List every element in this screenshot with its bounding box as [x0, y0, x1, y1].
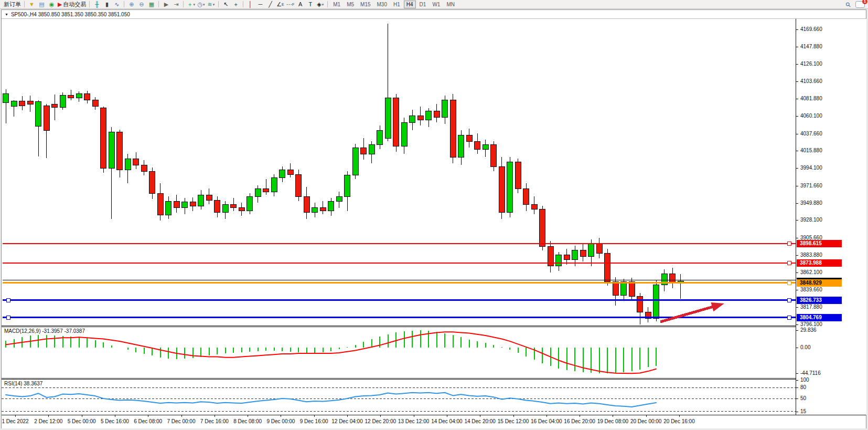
horizontal-line-icon[interactable]: ─ [255, 1, 265, 8]
fibonacci-icon[interactable]: ⋯F [285, 1, 295, 8]
chart-window: ▼ SP500-,H4 3850.850 3851.350 3850.350 3… [1, 9, 866, 428]
trend-arrow-head[interactable] [711, 302, 724, 311]
time-axis-tick [679, 415, 680, 417]
timeframe-button-H4[interactable]: H4 [404, 1, 416, 8]
candle [109, 132, 114, 168]
candle [345, 175, 350, 197]
funnel-icon[interactable]: ▼ [27, 1, 37, 8]
search-icon[interactable]: ⚲ [844, 0, 853, 8]
chart-title-bar[interactable]: ▼ SP500-,H4 3850.850 3851.350 3850.350 3… [2, 10, 866, 19]
text-label-icon[interactable]: T [305, 1, 315, 8]
candle [206, 195, 212, 201]
candle [531, 204, 537, 209]
candle [450, 100, 456, 157]
candle [377, 130, 383, 144]
crosshair-icon[interactable]: ＋ [231, 1, 241, 8]
notifications-icon[interactable]: 1 [855, 1, 865, 8]
candle [580, 250, 586, 257]
candle [572, 250, 578, 260]
candle [198, 195, 204, 206]
toolbar: 新订单▼▤◉▶自动交易╫▮∿⊕⊖▦▶⇥＋▾◷▾≋▾↖＋│─╱∠E⋯FAT◈▾M1… [0, 0, 868, 9]
templates-icon[interactable]: ≋▾ [206, 1, 216, 8]
tile-windows-icon[interactable]: ▦ [146, 1, 156, 8]
price-tick-label: 4147.880 [796, 44, 822, 50]
candle [287, 170, 293, 174]
equidistant-channel-icon[interactable]: ∠E [275, 1, 285, 8]
candle [328, 201, 334, 211]
candle [458, 135, 464, 157]
signal-icon[interactable]: ◉ [47, 1, 57, 8]
chart-shift-icon[interactable]: ⇥ [171, 1, 181, 8]
time-axis-tick [546, 415, 547, 417]
timeframe-button-W1[interactable]: W1 [430, 1, 443, 8]
timeframe-button-D1[interactable]: D1 [417, 1, 429, 8]
line-anchor-handle[interactable] [787, 281, 791, 285]
timeframe-button-M5[interactable]: M5 [344, 1, 357, 8]
price-line-badge: 3898.615 [797, 240, 842, 247]
price-tick-label: 3862.100 [796, 269, 822, 276]
timeframe-button-M15[interactable]: M15 [358, 1, 373, 8]
arrows-icon[interactable]: ◈▾ [315, 1, 325, 8]
candle [605, 254, 610, 282]
candle [11, 101, 17, 107]
time-axis-tick [281, 415, 281, 417]
periods-icon[interactable]: ◷▾ [196, 1, 206, 8]
zoom-in-icon[interactable]: ⊕ [126, 1, 136, 8]
time-axis-tick [646, 415, 647, 417]
time-axis-label: 12 Dec 04:00 [331, 418, 363, 424]
new-order-button[interactable]: 新订单 [2, 1, 22, 8]
trendline-icon[interactable]: ╱ [265, 1, 275, 8]
time-axis-label: 5 Dec 16:00 [101, 418, 129, 424]
candle [393, 98, 399, 146]
line-anchor-handle[interactable] [787, 298, 791, 302]
rsi-panel[interactable]: RSI(14) 38.3637 [2, 380, 796, 415]
line-anchor-handle[interactable] [6, 316, 10, 319]
main-chart-panel[interactable] [2, 19, 796, 326]
toolbar-separator [158, 1, 159, 7]
auto-scroll-icon[interactable]: ▶ [161, 1, 171, 8]
candle [483, 144, 488, 149]
candle [385, 98, 391, 138]
timeframe-button-M30[interactable]: M30 [374, 1, 390, 8]
price-axis[interactable]: 4169.6604147.8804126.1004103.6604081.880… [796, 19, 866, 415]
symbol-dropdown-icon[interactable]: ▼ [5, 13, 8, 16]
candlestick-icon[interactable]: ▮ [102, 1, 112, 8]
macd-plot [2, 327, 796, 378]
candle [613, 282, 618, 296]
macd-axis-label: -44.7116 [796, 370, 821, 376]
line-anchor-handle[interactable] [787, 242, 791, 245]
ohlc-bars-icon[interactable]: ╫ [92, 1, 102, 8]
zoom-out-icon[interactable]: ⊖ [136, 1, 146, 8]
autotrade-button[interactable]: ▶自动交易 [57, 1, 87, 8]
timeframe-button-H1[interactable]: H1 [391, 1, 403, 8]
vertical-line-icon[interactable]: │ [245, 1, 255, 8]
macd-panel[interactable]: MACD(12,26,9) -31.3957 -37.0387 [2, 327, 796, 378]
candle [68, 96, 74, 98]
time-axis[interactable]: 1 Dec 20222 Dec 12:005 Dec 00:005 Dec 16… [2, 415, 866, 428]
price-tick-label: 3971.660 [796, 183, 822, 189]
candle [19, 101, 25, 106]
time-axis-tick [414, 415, 414, 417]
line-anchor-handle[interactable] [6, 298, 10, 302]
time-axis-label: 14 Dec 04:00 [431, 418, 463, 424]
candle [157, 193, 163, 215]
candle [141, 165, 147, 171]
text-icon[interactable]: A [295, 1, 305, 8]
price-tick-label: 3994.100 [796, 165, 822, 171]
candle [3, 94, 9, 103]
market-depth-icon[interactable]: ▤ [37, 1, 47, 8]
line-anchor-handle[interactable] [787, 316, 791, 319]
candle [588, 244, 594, 257]
line-chart-icon[interactable]: ∿ [112, 1, 122, 8]
new-chart-icon[interactable]: ＋▾ [186, 1, 196, 8]
trend-arrow[interactable] [660, 306, 715, 322]
price-tick-label: 3817.880 [796, 304, 822, 310]
cursor-icon[interactable]: ↖ [221, 1, 231, 8]
candle [475, 141, 480, 149]
time-axis-tick [380, 415, 381, 417]
time-axis-label: 20 Dec 00:00 [630, 418, 662, 424]
candle [621, 282, 627, 296]
line-anchor-handle[interactable] [787, 261, 791, 265]
timeframe-button-MN[interactable]: MN [444, 1, 457, 8]
timeframe-button-M1[interactable]: M1 [330, 1, 343, 8]
